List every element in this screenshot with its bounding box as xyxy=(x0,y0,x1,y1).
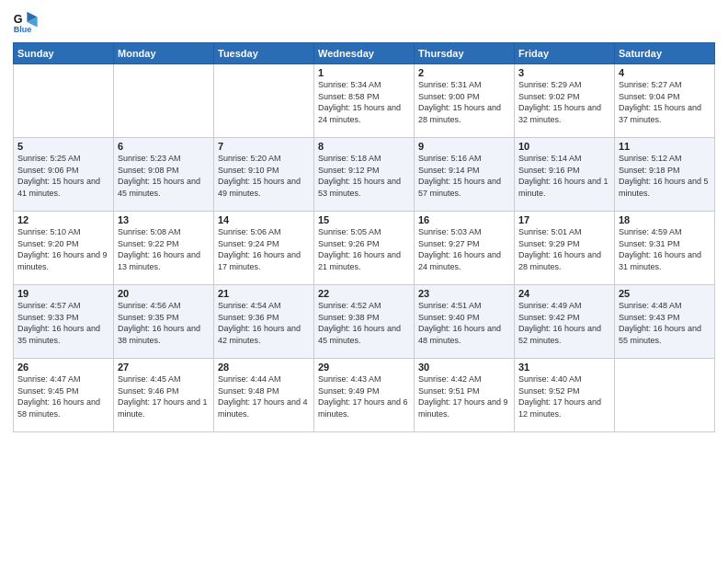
day-number: 8 xyxy=(318,141,410,152)
day-cell: 28Sunrise: 4:44 AM Sunset: 9:48 PM Dayli… xyxy=(214,359,314,432)
day-cell: 14Sunrise: 5:06 AM Sunset: 9:24 PM Dayli… xyxy=(214,212,314,285)
day-number: 4 xyxy=(619,67,711,78)
day-cell: 11Sunrise: 5:12 AM Sunset: 9:18 PM Dayli… xyxy=(615,138,715,212)
day-cell: 17Sunrise: 5:01 AM Sunset: 9:29 PM Dayli… xyxy=(515,212,615,285)
day-cell: 29Sunrise: 4:43 AM Sunset: 9:49 PM Dayli… xyxy=(314,359,415,432)
day-cell: 4Sunrise: 5:27 AM Sunset: 9:04 PM Daylig… xyxy=(615,64,715,138)
day-info: Sunrise: 5:06 AM Sunset: 9:24 PM Dayligh… xyxy=(218,226,310,272)
week-row-5: 26Sunrise: 4:47 AM Sunset: 9:45 PM Dayli… xyxy=(14,359,715,432)
day-info: Sunrise: 4:40 AM Sunset: 9:52 PM Dayligh… xyxy=(518,373,610,419)
day-info: Sunrise: 5:10 AM Sunset: 9:20 PM Dayligh… xyxy=(17,226,109,272)
day-number: 22 xyxy=(318,288,410,299)
day-cell: 20Sunrise: 4:56 AM Sunset: 9:35 PM Dayli… xyxy=(114,285,214,359)
day-number: 21 xyxy=(218,288,310,299)
day-cell: 2Sunrise: 5:31 AM Sunset: 9:00 PM Daylig… xyxy=(415,64,515,138)
day-info: Sunrise: 5:20 AM Sunset: 9:10 PM Dayligh… xyxy=(218,153,310,199)
day-number: 14 xyxy=(218,214,310,225)
day-number: 11 xyxy=(619,141,711,152)
logo-icon: G Blue xyxy=(13,9,39,35)
day-number: 29 xyxy=(318,362,410,373)
day-number: 17 xyxy=(518,214,610,225)
day-number: 1 xyxy=(318,67,410,78)
day-number: 16 xyxy=(418,214,510,225)
day-info: Sunrise: 4:43 AM Sunset: 9:49 PM Dayligh… xyxy=(318,373,410,419)
day-cell: 12Sunrise: 5:10 AM Sunset: 9:20 PM Dayli… xyxy=(14,212,114,285)
day-cell: 26Sunrise: 4:47 AM Sunset: 9:45 PM Dayli… xyxy=(14,359,114,432)
day-number: 9 xyxy=(418,141,510,152)
day-info: Sunrise: 5:27 AM Sunset: 9:04 PM Dayligh… xyxy=(619,79,711,125)
day-cell: 24Sunrise: 4:49 AM Sunset: 9:42 PM Dayli… xyxy=(515,285,615,359)
day-cell: 13Sunrise: 5:08 AM Sunset: 9:22 PM Dayli… xyxy=(114,212,214,285)
day-cell: 19Sunrise: 4:57 AM Sunset: 9:33 PM Dayli… xyxy=(14,285,114,359)
day-cell: 6Sunrise: 5:23 AM Sunset: 9:08 PM Daylig… xyxy=(114,138,214,212)
header: G Blue xyxy=(13,9,715,35)
day-number: 23 xyxy=(418,288,510,299)
day-cell: 7Sunrise: 5:20 AM Sunset: 9:10 PM Daylig… xyxy=(214,138,314,212)
svg-text:Blue: Blue xyxy=(14,25,32,34)
day-info: Sunrise: 5:08 AM Sunset: 9:22 PM Dayligh… xyxy=(118,226,210,272)
day-info: Sunrise: 5:16 AM Sunset: 9:14 PM Dayligh… xyxy=(418,153,510,199)
day-info: Sunrise: 4:47 AM Sunset: 9:45 PM Dayligh… xyxy=(17,373,109,419)
day-cell: 23Sunrise: 4:51 AM Sunset: 9:40 PM Dayli… xyxy=(415,285,515,359)
day-number: 18 xyxy=(619,214,711,225)
day-cell xyxy=(14,64,114,138)
day-cell: 3Sunrise: 5:29 AM Sunset: 9:02 PM Daylig… xyxy=(515,64,615,138)
day-info: Sunrise: 5:29 AM Sunset: 9:02 PM Dayligh… xyxy=(518,79,610,125)
day-cell: 25Sunrise: 4:48 AM Sunset: 9:43 PM Dayli… xyxy=(615,285,715,359)
day-cell: 31Sunrise: 4:40 AM Sunset: 9:52 PM Dayli… xyxy=(515,359,615,432)
day-info: Sunrise: 4:56 AM Sunset: 9:35 PM Dayligh… xyxy=(118,300,210,346)
day-number: 10 xyxy=(518,141,610,152)
day-info: Sunrise: 4:49 AM Sunset: 9:42 PM Dayligh… xyxy=(518,300,610,346)
day-number: 5 xyxy=(17,141,109,152)
header-day-wednesday: Wednesday xyxy=(314,43,415,64)
day-info: Sunrise: 4:51 AM Sunset: 9:40 PM Dayligh… xyxy=(418,300,510,346)
day-cell xyxy=(114,64,214,138)
day-cell: 27Sunrise: 4:45 AM Sunset: 9:46 PM Dayli… xyxy=(114,359,214,432)
header-day-tuesday: Tuesday xyxy=(214,43,314,64)
day-number: 2 xyxy=(418,67,510,78)
day-number: 20 xyxy=(118,288,210,299)
day-number: 19 xyxy=(17,288,109,299)
header-row: SundayMondayTuesdayWednesdayThursdayFrid… xyxy=(14,43,715,64)
day-cell: 8Sunrise: 5:18 AM Sunset: 9:12 PM Daylig… xyxy=(314,138,415,212)
day-number: 7 xyxy=(218,141,310,152)
day-number: 28 xyxy=(218,362,310,373)
header-day-monday: Monday xyxy=(114,43,214,64)
day-info: Sunrise: 4:45 AM Sunset: 9:46 PM Dayligh… xyxy=(118,373,210,419)
day-info: Sunrise: 4:44 AM Sunset: 9:48 PM Dayligh… xyxy=(218,373,310,419)
day-number: 12 xyxy=(17,214,109,225)
week-row-3: 12Sunrise: 5:10 AM Sunset: 9:20 PM Dayli… xyxy=(14,212,715,285)
header-day-friday: Friday xyxy=(515,43,615,64)
week-row-2: 5Sunrise: 5:25 AM Sunset: 9:06 PM Daylig… xyxy=(14,138,715,212)
day-info: Sunrise: 4:48 AM Sunset: 9:43 PM Dayligh… xyxy=(619,300,711,346)
day-info: Sunrise: 5:03 AM Sunset: 9:27 PM Dayligh… xyxy=(418,226,510,272)
day-cell: 1Sunrise: 5:34 AM Sunset: 8:58 PM Daylig… xyxy=(314,64,415,138)
day-info: Sunrise: 5:31 AM Sunset: 9:00 PM Dayligh… xyxy=(418,79,510,125)
day-number: 31 xyxy=(518,362,610,373)
day-info: Sunrise: 4:59 AM Sunset: 9:31 PM Dayligh… xyxy=(619,226,711,272)
day-info: Sunrise: 5:34 AM Sunset: 8:58 PM Dayligh… xyxy=(318,79,410,125)
day-info: Sunrise: 5:12 AM Sunset: 9:18 PM Dayligh… xyxy=(619,153,711,199)
day-cell: 18Sunrise: 4:59 AM Sunset: 9:31 PM Dayli… xyxy=(615,212,715,285)
day-cell xyxy=(214,64,314,138)
day-cell: 30Sunrise: 4:42 AM Sunset: 9:51 PM Dayli… xyxy=(415,359,515,432)
day-info: Sunrise: 4:54 AM Sunset: 9:36 PM Dayligh… xyxy=(218,300,310,346)
day-info: Sunrise: 5:25 AM Sunset: 9:06 PM Dayligh… xyxy=(17,153,109,199)
page: G Blue SundayMondayTuesdayWednesdayThurs… xyxy=(0,0,728,563)
day-cell: 5Sunrise: 5:25 AM Sunset: 9:06 PM Daylig… xyxy=(14,138,114,212)
day-info: Sunrise: 5:01 AM Sunset: 9:29 PM Dayligh… xyxy=(518,226,610,272)
day-info: Sunrise: 4:42 AM Sunset: 9:51 PM Dayligh… xyxy=(418,373,510,419)
day-info: Sunrise: 5:23 AM Sunset: 9:08 PM Dayligh… xyxy=(118,153,210,199)
day-number: 3 xyxy=(518,67,610,78)
day-info: Sunrise: 4:57 AM Sunset: 9:33 PM Dayligh… xyxy=(17,300,109,346)
week-row-4: 19Sunrise: 4:57 AM Sunset: 9:33 PM Dayli… xyxy=(14,285,715,359)
svg-text:G: G xyxy=(14,13,23,26)
day-cell: 16Sunrise: 5:03 AM Sunset: 9:27 PM Dayli… xyxy=(415,212,515,285)
day-info: Sunrise: 5:14 AM Sunset: 9:16 PM Dayligh… xyxy=(518,153,610,199)
logo: G Blue xyxy=(13,9,42,35)
day-info: Sunrise: 4:52 AM Sunset: 9:38 PM Dayligh… xyxy=(318,300,410,346)
day-number: 30 xyxy=(418,362,510,373)
day-info: Sunrise: 5:05 AM Sunset: 9:26 PM Dayligh… xyxy=(318,226,410,272)
day-cell: 10Sunrise: 5:14 AM Sunset: 9:16 PM Dayli… xyxy=(515,138,615,212)
header-day-saturday: Saturday xyxy=(615,43,715,64)
